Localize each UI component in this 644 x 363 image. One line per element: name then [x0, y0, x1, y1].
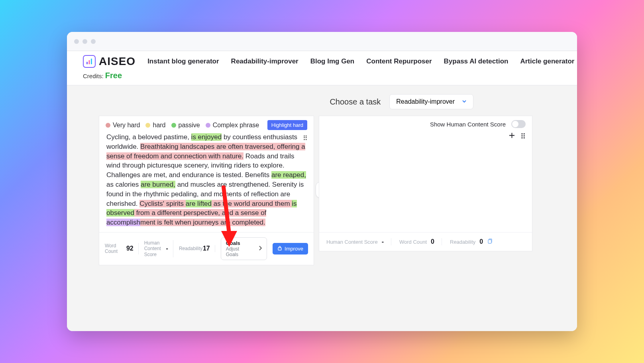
legend-complex: Complex phrase	[206, 122, 259, 129]
nav-bypass-ai[interactable]: Bypass AI detection	[444, 57, 509, 65]
editor-panel: Very hard hard passive Complex phrase	[99, 116, 314, 265]
text-segment[interactable]: as calories	[106, 181, 141, 188]
improve-button[interactable]: Improve	[273, 243, 308, 254]
nav-article-generator[interactable]: Article generator	[520, 57, 574, 65]
text-segment[interactable]: is enjoyed	[191, 133, 222, 141]
metric-wordcount: Word Count 92	[105, 243, 139, 254]
goals-button[interactable]: Goals Adjust Goals	[221, 237, 267, 260]
highlight-hard-button[interactable]: Highlight hard	[267, 120, 307, 130]
out-metric-wordcount: Word Count 0	[399, 238, 442, 245]
output-metrics: Human Content Score - Word Count 0 Reada…	[319, 232, 532, 251]
workspace: Choose a task Readability-improver Very …	[67, 85, 577, 331]
out-metric-readability: Readability 0	[450, 238, 500, 245]
drag-handle-icon[interactable]: ⠿	[303, 134, 308, 143]
svg-rect-5	[488, 240, 491, 243]
svg-rect-4	[278, 248, 281, 250]
add-icon[interactable]	[509, 132, 515, 141]
metric-readability: Readability 17	[179, 245, 215, 252]
brand-name: AISEO	[99, 55, 135, 68]
task-selected: Readability-improver	[396, 98, 455, 105]
window-dot-min[interactable]	[82, 39, 87, 44]
credits-indicator: Credits: Free	[83, 71, 561, 80]
text-segment[interactable]: accomplish	[106, 219, 140, 226]
legend-dot-complex	[206, 123, 210, 128]
credits-label: Credits:	[83, 73, 104, 79]
task-label: Choose a task	[330, 97, 381, 107]
legend-passive: passive	[171, 122, 200, 129]
output-panel-header: Show Human Content Score	[319, 116, 532, 132]
text-segment[interactable]: Cyclists' spirits	[139, 200, 186, 207]
show-hcs-label: Show Human Content Score	[430, 121, 506, 128]
window-dot-max[interactable]	[91, 39, 96, 44]
editor-metrics: Word Count 92 Human Content Score - Read…	[99, 232, 314, 265]
out-metric-hcs: Human Content Score -	[326, 238, 391, 245]
window-titlebar	[67, 32, 577, 51]
legend-veryhard: Very hard	[106, 122, 140, 129]
show-hcs-toggle[interactable]	[511, 120, 526, 128]
editor-text[interactable]: ⠿ Cycling, a beloved pastime, is enjoyed…	[99, 132, 314, 232]
window-dot-close[interactable]	[74, 39, 79, 44]
text-segment[interactable]: are burned,	[141, 181, 175, 188]
nav-instant-blog[interactable]: Instant blog generator	[147, 57, 219, 65]
top-nav: AISEO Instant blog generator Readability…	[67, 51, 577, 85]
svg-rect-0	[86, 62, 88, 64]
task-bar: Choose a task Readability-improver	[99, 94, 545, 109]
chevron-right-icon	[259, 246, 262, 252]
readability-legend: Very hard hard passive Complex phrase	[99, 116, 314, 132]
nav-readability-improver[interactable]: Readability-improver	[231, 57, 298, 65]
legend-dot-hard	[145, 123, 150, 128]
text-segment[interactable]: ment is felt when journeys are completed…	[140, 219, 265, 226]
text-segment[interactable]: from a different perspective, and a sens…	[134, 209, 266, 217]
brand-logo[interactable]: AISEO	[83, 55, 135, 68]
credits-value: Free	[105, 71, 122, 80]
output-panel: Show Human Content Score ⠿ Human Content…	[319, 116, 532, 251]
text-segment[interactable]: are reaped,	[271, 171, 306, 179]
task-dropdown[interactable]: Readability-improver	[389, 94, 473, 109]
text-segment[interactable]: as the world around them	[212, 200, 292, 207]
text-segment[interactable]: Cycling, a beloved pastime,	[106, 133, 191, 141]
output-body[interactable]	[319, 144, 532, 232]
copy-icon[interactable]	[487, 239, 493, 245]
legend-dot-veryhard	[106, 123, 110, 128]
brand-logo-icon	[83, 55, 96, 68]
metric-hcs: Human Content Score -	[144, 240, 173, 257]
legend-hard: hard	[145, 122, 165, 129]
drag-handle-icon[interactable]: ⠿	[520, 132, 526, 141]
chevron-down-icon	[462, 98, 467, 105]
lock-icon	[277, 246, 282, 252]
nav-content-repurposer[interactable]: Content Repurposer	[366, 57, 432, 65]
app-window: AISEO Instant blog generator Readability…	[67, 32, 577, 331]
svg-rect-1	[89, 60, 90, 64]
text-segment[interactable]: are lifted	[186, 200, 212, 207]
legend-dot-passive	[171, 123, 176, 128]
nav-blog-img-gen[interactable]: Blog Img Gen	[310, 57, 355, 65]
svg-rect-2	[91, 59, 92, 64]
